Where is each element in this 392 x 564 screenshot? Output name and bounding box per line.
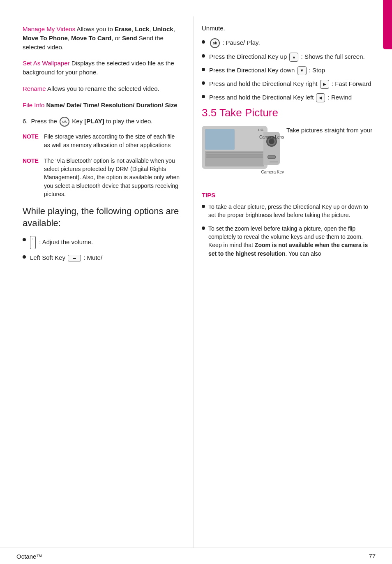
tip1-dot	[202, 205, 205, 208]
file-info-block: File Info Name/ Date/ Time/ Resolution/ …	[23, 101, 181, 110]
dir-up-item: Press the Directional Key up ▲ : Shows t…	[209, 52, 365, 62]
rename-label: Rename	[23, 85, 46, 92]
right-column: Unmute. ok : Pause/ Play. Press the Dire…	[193, 16, 392, 548]
softkey-icon: ▬	[68, 255, 81, 261]
set-wallpaper-label: Set As Wallpaper	[23, 60, 70, 67]
dir-right-item: Press and hold the Directional Key right…	[209, 79, 371, 89]
step6-item: 6. Press the ok Key [PLAY] to play the v…	[23, 117, 181, 127]
tips-label: TIPS	[202, 192, 376, 199]
up-arrow-icon: ▲	[289, 53, 298, 62]
ok-play-text: : Pause/ Play.	[222, 39, 260, 46]
note2-block: NOTE The 'Via Bluetooth' option is not a…	[23, 157, 181, 198]
brand-name: Octane™	[16, 553, 42, 560]
phone-screen	[205, 129, 235, 150]
manage-videos-block: Manage My Videos Allows you to Erase, Lo…	[23, 25, 181, 51]
softkey-item: Left Soft Key ▬ : Mute/	[30, 253, 102, 262]
ok-key-icon: ok	[60, 117, 69, 127]
bottom-bar: Octane™ 77	[0, 548, 392, 564]
bullet-dot-down	[202, 68, 205, 71]
ok-play-item: ok : Pause/ Play.	[209, 38, 260, 48]
volume-item: + – : Adjust the volume.	[30, 236, 93, 249]
tip2-bullet: To set the zoom level before taking a pi…	[202, 224, 376, 258]
rename-block: Rename Allows you to rename the selected…	[23, 84, 181, 93]
dir-up-end: : Shows the full screen.	[301, 53, 365, 60]
manage-videos-options: Erase	[115, 25, 131, 32]
dir-left-item: Press and hold the Directional Key left …	[209, 93, 352, 102]
take-picture-description: Take pictures straight from your	[286, 126, 372, 134]
unmute-text: Unmute.	[202, 25, 376, 32]
dir-up-bullet: Press the Directional Key up ▲ : Shows t…	[202, 52, 376, 62]
manage-videos-label: Manage My Videos	[23, 25, 75, 32]
ok-play-bullet: ok : Pause/ Play.	[202, 38, 376, 48]
take-pic-text-content: Take pictures straight from your	[286, 127, 372, 134]
take-picture-title: 3.5 Take Picture	[202, 106, 376, 119]
note1-text: File storage varies according to the siz…	[44, 132, 181, 149]
while-playing-heading: While playing, the following options are…	[23, 206, 181, 229]
step6-text: Press the ok Key [PLAY] to play the vide…	[31, 117, 153, 127]
options-list: + – : Adjust the volume. Left Soft Key ▬…	[23, 236, 181, 262]
dir-right-text: Press and hold the Directional Key right	[209, 80, 317, 87]
bullet-dot-up	[202, 54, 205, 58]
dir-left-end: : Rewind	[328, 94, 352, 101]
dir-left-text: Press and hold the Directional Key left	[209, 94, 314, 101]
softkey-label: Left Soft Key	[30, 254, 65, 261]
bullet-dot-left	[202, 95, 205, 98]
camera-lens-label: Camera Lens	[259, 135, 284, 139]
page-tab	[383, 0, 392, 49]
take-picture-block: LG	[202, 126, 376, 183]
softkey-end: : Mute/	[83, 254, 102, 261]
set-wallpaper-block: Set As Wallpaper Displays the selected v…	[23, 59, 181, 77]
volume-bullet: + – : Adjust the volume.	[23, 236, 181, 249]
tips-section: TIPS To take a clear picture, press the …	[202, 192, 376, 258]
phone-body: LG	[202, 126, 267, 169]
dir-down-end: : Stop	[309, 67, 325, 74]
phone-keyboard	[205, 151, 264, 166]
left-arrow-icon: ◀	[316, 93, 325, 102]
rename-text: Allows you to rename the selected video.	[47, 85, 159, 92]
tip1-text: To take a clear picture, press the Direc…	[208, 203, 376, 220]
bullet-dot	[23, 238, 26, 241]
bullet-dot-right	[202, 81, 205, 85]
dir-left-bullet: Press and hold the Directional Key left …	[202, 93, 376, 102]
bullet-dot2	[23, 255, 26, 259]
tip2-text: To set the zoom level before taking a pi…	[208, 224, 376, 258]
phone-illustration: LG	[202, 126, 280, 183]
playback-options-list: ok : Pause/ Play. Press the Directional …	[202, 38, 376, 102]
file-info-text: Name/ Date/ Time/ Resolution/ Duration/ …	[46, 102, 178, 109]
dir-up-text: Press the Directional Key up	[209, 53, 287, 60]
note1-label: NOTE	[23, 132, 39, 149]
camera-key-label: Camera Key	[261, 170, 284, 174]
left-column: Manage My Videos Allows you to Erase, Lo…	[0, 16, 193, 548]
manage-videos-text1: Allows you to	[76, 25, 113, 32]
dir-right-end: : Fast Forward	[332, 80, 371, 87]
dir-right-bullet: Press and hold the Directional Key right…	[202, 79, 376, 89]
tip1-bullet: To take a clear picture, press the Direc…	[202, 203, 376, 220]
bullet-dot-ok	[202, 40, 205, 44]
tip2-end: . You can also	[285, 250, 321, 257]
note1-block: NOTE File storage varies according to th…	[23, 132, 181, 149]
dir-down-item: Press the Directional Key down ▼ : Stop	[209, 66, 325, 75]
dir-down-bullet: Press the Directional Key down ▼ : Stop	[202, 66, 376, 75]
lg-logo: LG	[258, 128, 264, 132]
dir-down-text: Press the Directional Key down	[209, 67, 295, 74]
ok-icon: ok	[210, 38, 220, 48]
page-number: 77	[369, 552, 376, 559]
softkey-bullet: Left Soft Key ▬ : Mute/	[23, 253, 181, 262]
down-arrow-icon: ▼	[297, 66, 307, 75]
file-info-label: File Info	[23, 102, 44, 109]
tip2-dot	[202, 227, 205, 230]
step6-number: 6.	[23, 117, 28, 127]
note2-label: NOTE	[23, 157, 39, 198]
camera-inner	[269, 139, 274, 144]
camera-key-btn	[267, 155, 276, 159]
right-arrow-icon: ▶	[320, 80, 329, 89]
volume-text: : Adjust the volume.	[39, 238, 93, 245]
note2-text: The 'Via Bluetooth' option is not availa…	[44, 157, 181, 198]
